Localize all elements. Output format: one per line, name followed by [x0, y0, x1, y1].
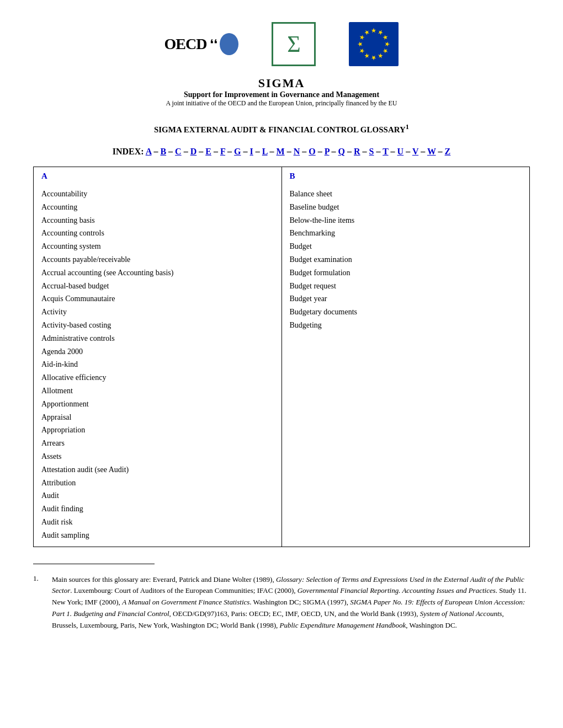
list-item[interactable]: Accounting system — [41, 240, 274, 253]
glossary-table: A Accountability Accounting Accounting b… — [33, 167, 530, 547]
eu-stars-icon — [354, 25, 393, 63]
list-item[interactable]: Budget year — [290, 292, 522, 306]
svg-marker-4 — [383, 48, 389, 55]
column-a-terms: Accountability Accounting Accounting bas… — [41, 188, 274, 542]
list-item[interactable]: Accounting — [41, 201, 274, 214]
list-item[interactable]: Acquis Communautaire — [41, 292, 274, 306]
list-item[interactable]: Apportionment — [41, 398, 274, 411]
list-item[interactable]: Budget request — [290, 280, 522, 293]
list-item[interactable]: Arrears — [41, 437, 274, 450]
footnote-number: 1. — [33, 574, 44, 631]
list-item[interactable]: Budget — [290, 240, 522, 253]
index-link-B[interactable]: B — [160, 147, 166, 156]
list-item[interactable]: Budgeting — [290, 319, 522, 332]
list-item[interactable]: Appraisal — [41, 411, 274, 424]
list-item[interactable]: Agenda 2000 — [41, 345, 274, 358]
oecd-text: OECD — [164, 35, 207, 53]
index-link-S[interactable]: S — [369, 147, 374, 156]
svg-marker-9 — [358, 42, 363, 46]
index-link-G[interactable]: G — [234, 147, 241, 156]
footnote-section: 1. Main sources for this glossary are: E… — [33, 564, 530, 631]
list-item[interactable]: Budget examination — [290, 253, 522, 266]
svg-marker-0 — [371, 28, 376, 33]
sigma-heading: SIGMA — [33, 76, 530, 90]
index-link-F[interactable]: F — [220, 147, 225, 156]
list-item[interactable]: Budgetary documents — [290, 306, 522, 319]
index-link-D[interactable]: D — [190, 147, 197, 156]
list-item[interactable]: Activity-based costing — [41, 319, 274, 332]
list-item[interactable]: Attestation audit (see Audit) — [41, 463, 274, 477]
svg-marker-2 — [383, 34, 389, 41]
index-link-N[interactable]: N — [294, 147, 300, 156]
footnote-text: Main sources for this glossary are: Ever… — [52, 574, 530, 631]
index-links[interactable]: A – B – C – D – E – F – G – I – L – M – … — [146, 147, 451, 156]
svg-marker-5 — [378, 53, 384, 60]
footnote-rule — [33, 564, 155, 570]
list-item[interactable]: Audit finding — [41, 502, 274, 516]
oecd-logo: OECD ❛❛ — [164, 33, 239, 55]
index-link-W[interactable]: W — [427, 147, 436, 156]
list-item[interactable]: Accounting controls — [41, 227, 274, 240]
list-item[interactable]: Allotment — [41, 384, 274, 398]
list-item[interactable]: Audit sampling — [41, 529, 274, 542]
column-b-terms: Balance sheet Baseline budget Below-the-… — [290, 188, 522, 332]
index-link-I[interactable]: I — [250, 147, 253, 156]
list-item[interactable]: Allocative efficiency — [41, 371, 274, 384]
list-item[interactable]: Accrual-based budget — [41, 280, 274, 293]
list-item[interactable]: Accounting basis — [41, 214, 274, 227]
column-a-header[interactable]: A — [41, 172, 274, 184]
list-item[interactable]: Accrual accounting (see Accounting basis… — [41, 266, 274, 280]
svg-marker-11 — [364, 29, 370, 35]
sigma-subtitle-small: A joint initiative of the OECD and the E… — [33, 99, 530, 108]
oecd-oval-icon — [220, 33, 238, 55]
svg-marker-7 — [364, 53, 370, 60]
sigma-title-block: SIGMA Support for Improvement in Governa… — [33, 76, 530, 108]
sigma-symbol-icon: Σ — [287, 31, 300, 57]
sigma-subtitle-bold: Support for Improvement in Governance an… — [33, 90, 530, 99]
list-item[interactable]: Administrative controls — [41, 332, 274, 345]
index-link-R[interactable]: R — [354, 147, 360, 156]
list-item[interactable]: Accounts payable/receivable — [41, 253, 274, 266]
svg-marker-10 — [359, 34, 365, 41]
list-item[interactable]: Audit — [41, 489, 274, 502]
index-link-U[interactable]: U — [397, 147, 404, 156]
list-item[interactable]: Budget formulation — [290, 266, 522, 280]
footnote-content: 1. Main sources for this glossary are: E… — [33, 574, 530, 631]
svg-marker-6 — [371, 56, 376, 61]
index-link-O[interactable]: O — [309, 147, 315, 156]
list-item[interactable]: Benchmarking — [290, 227, 522, 240]
oecd-chevrons-icon: ❛❛ — [210, 37, 217, 51]
index-link-Q[interactable]: Q — [338, 147, 345, 156]
index-link-L[interactable]: L — [262, 147, 268, 156]
index-link-C[interactable]: C — [175, 147, 182, 156]
sigma-logo-box: Σ — [272, 22, 316, 66]
svg-marker-3 — [385, 42, 390, 46]
list-item[interactable]: Aid-in-kind — [41, 358, 274, 371]
main-title: SIGMA EXTERNAL AUDIT & FINANCIAL CONTROL… — [33, 123, 530, 135]
index-link-M[interactable]: M — [277, 147, 285, 156]
svg-marker-8 — [359, 48, 365, 55]
list-item[interactable]: Assets — [41, 450, 274, 463]
header-logos: OECD ❛❛ Σ — [33, 22, 530, 66]
index-link-P[interactable]: P — [325, 147, 330, 156]
list-item[interactable]: Below-the-line items — [290, 214, 522, 227]
list-item[interactable]: Activity — [41, 306, 274, 319]
index-line: INDEX: A – B – C – D – E – F – G – I – L… — [33, 147, 530, 157]
list-item[interactable]: Audit risk — [41, 516, 274, 529]
index-link-E[interactable]: E — [205, 147, 211, 156]
svg-marker-1 — [378, 29, 384, 35]
eu-logo — [349, 22, 399, 66]
index-link-V[interactable]: V — [412, 147, 418, 156]
index-link-A[interactable]: A — [146, 147, 152, 156]
list-item[interactable]: Accountability — [41, 188, 274, 201]
list-item[interactable]: Appropriation — [41, 424, 274, 437]
list-item[interactable]: Balance sheet — [290, 188, 522, 201]
column-a: A Accountability Accounting Accounting b… — [34, 167, 282, 547]
index-link-T[interactable]: T — [383, 147, 388, 156]
column-b-header[interactable]: B — [290, 172, 522, 184]
column-b: B Balance sheet Baseline budget Below-th… — [282, 167, 530, 547]
list-item[interactable]: Baseline budget — [290, 201, 522, 214]
index-link-Z[interactable]: Z — [445, 147, 451, 156]
list-item[interactable]: Attribution — [41, 477, 274, 490]
